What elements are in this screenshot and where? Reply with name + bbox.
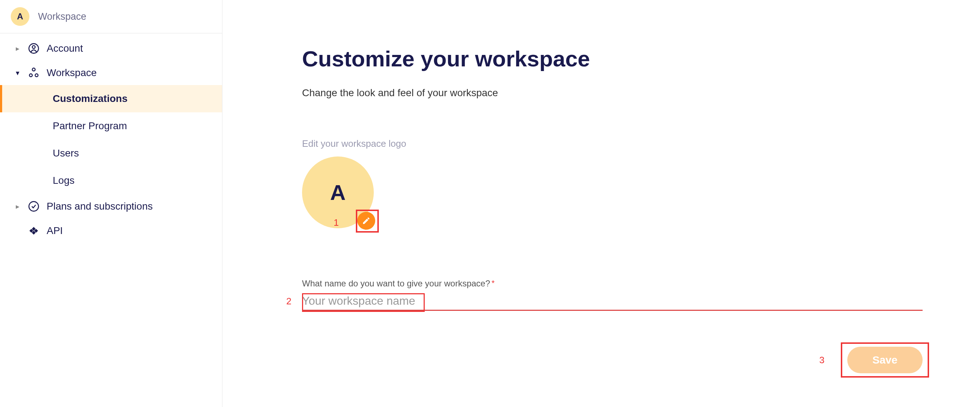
svg-point-3 [29,74,32,77]
chevron-right-icon: ▸ [16,202,21,211]
sidebar-item-account[interactable]: ▸ Account [0,36,222,61]
workspace-avatar-small[interactable]: A [11,7,29,26]
avatar-letter-large: A [330,180,345,205]
nav-sub-label: Logs [53,175,75,186]
sidebar-item-customizations[interactable]: Customizations [0,85,222,112]
svg-point-1 [32,46,35,48]
workspace-name-label: Workspace [38,11,86,22]
nav-sub-label: Users [53,147,79,159]
sidebar-item-api[interactable]: API [0,219,222,243]
page-title: Customize your workspace [302,46,923,72]
nav-sub-label: Customizations [53,93,127,104]
avatar-letter: A [17,11,23,22]
nav-label: API [47,225,63,236]
nav-label: Account [47,43,83,54]
logo-section-label: Edit your workspace logo [302,138,923,149]
sidebar-nav: ▸ Account ▾ Workspace [0,34,222,243]
main-content: Customize your workspace Change the look… [223,0,980,407]
nav-label: Plans and subscriptions [47,201,153,212]
workspace-name-section: What name do you want to give your works… [302,279,923,311]
save-button-label: Save [872,354,897,366]
svg-point-2 [32,68,35,71]
logo-edit-area: A 1 [302,156,377,232]
annotation-number-1: 1 [334,217,339,228]
person-circle-icon [28,43,40,54]
nav-sub-label: Partner Program [53,120,127,132]
workspace-name-input[interactable] [302,292,923,311]
sidebar-item-workspace[interactable]: ▾ Workspace [0,61,222,85]
pencil-icon [362,216,371,225]
page-subtitle: Change the look and feel of your workspa… [302,87,923,99]
save-container: Save 3 [847,347,923,373]
save-row: Save 3 [302,347,923,373]
chevron-down-icon: ▾ [16,69,21,77]
workspace-name-label: What name do you want to give your works… [302,279,490,289]
sidebar-item-users[interactable]: Users [0,140,222,167]
input-label-line: What name do you want to give your works… [302,279,923,289]
diamond-icon [28,225,40,236]
check-circle-icon [28,201,40,212]
annotation-number-2: 2 [286,296,291,307]
sidebar-item-partner-program[interactable]: Partner Program [0,112,222,140]
nodes-icon [28,67,40,78]
svg-point-5 [29,202,39,211]
sidebar: A Workspace ▸ Account ▾ [0,0,223,407]
sidebar-header: A Workspace [0,0,222,34]
svg-point-4 [35,74,38,77]
sidebar-item-plans[interactable]: ▸ Plans and subscriptions [0,194,222,219]
sidebar-item-logs[interactable]: Logs [0,167,222,194]
save-button[interactable]: Save [847,347,923,373]
edit-logo-button[interactable] [357,212,375,230]
chevron-right-icon: ▸ [16,44,21,53]
annotation-number-3: 3 [819,354,824,366]
nav-label: Workspace [47,67,97,78]
required-indicator: * [492,279,495,288]
